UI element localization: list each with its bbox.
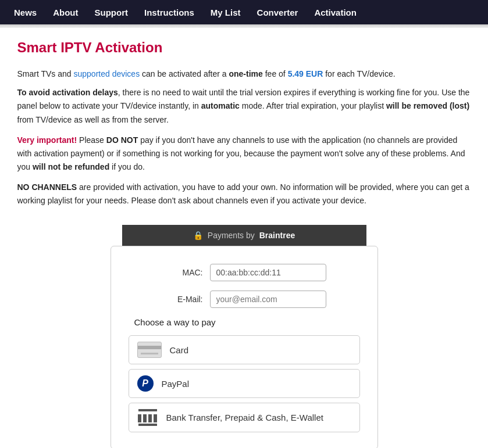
supported-devices-link[interactable]: supported devices	[74, 69, 140, 78]
mac-input[interactable]	[210, 264, 326, 281]
pay-option-card[interactable]: Card	[129, 335, 360, 364]
pay-option-bank[interactable]: Bank Transfer, Prepaid & Cash, E-Wallet	[129, 403, 360, 432]
card-label: Card	[170, 345, 189, 355]
delays-rest2: mode. After trial expiration, your playl…	[240, 101, 386, 110]
nav-mylist[interactable]: My List	[202, 2, 249, 23]
pay-option-paypal[interactable]: P PayPal	[129, 369, 360, 398]
card-icon	[137, 342, 162, 358]
nav-about[interactable]: About	[45, 2, 86, 23]
nav-activation[interactable]: Activation	[306, 2, 365, 23]
intro-post: for each TV/device.	[323, 69, 395, 78]
delays-rest3: from TV/device as well as from the serve…	[17, 115, 169, 124]
nav-support[interactable]: Support	[87, 2, 137, 23]
choose-pay-label: Choose a way to pay	[134, 317, 360, 327]
email-input[interactable]	[210, 291, 326, 308]
nav-instructions[interactable]: Instructions	[136, 2, 202, 23]
email-label: E-Mail:	[162, 295, 203, 304]
intro-paragraph-1: Smart TVs and supported devices can be a…	[17, 67, 471, 80]
braintree-brand: Braintree	[259, 231, 295, 240]
mac-row: MAC:	[129, 264, 360, 281]
bank-label: Bank Transfer, Prepaid & Cash, E-Wallet	[166, 413, 323, 422]
email-row: E-Mail:	[129, 291, 360, 308]
paypal-label: PayPal	[162, 379, 190, 389]
bank-icon	[137, 409, 158, 426]
price-text: 5.49 EUR	[288, 69, 323, 78]
para-important: Very important! Please DO NOT pay if you…	[17, 134, 471, 174]
para-no-channels: NO CHANNELS are provided with activation…	[17, 181, 471, 207]
braintree-bar: 🔒 Payments by Braintree	[122, 225, 366, 246]
intro-mid2: fee of	[263, 69, 288, 78]
intro-pre: Smart TVs and	[17, 69, 74, 78]
removed-bold: will be removed (lost)	[386, 101, 469, 110]
lock-icon: 🔒	[193, 231, 203, 240]
very-important-label: Very important!	[17, 135, 77, 145]
delays-bold: To avoid activation delays	[17, 88, 118, 97]
page-title: Smart IPTV Activation	[17, 40, 471, 56]
braintree-label: Payments by	[208, 231, 255, 240]
para-delays: To avoid activation delays, there is no …	[17, 86, 471, 126]
one-time-text: one-time	[229, 69, 262, 78]
para4-rest: are provided with activation, you have t…	[17, 182, 469, 205]
not-refunded-bold: will not be refunded	[33, 162, 109, 171]
do-not-bold: DO NOT	[106, 135, 138, 145]
navbar: News About Support Instructions My List …	[0, 0, 488, 24]
intro-mid: can be activated after a	[140, 69, 229, 78]
para3-rest3: if you do.	[109, 162, 145, 171]
payment-section: 🔒 Payments by Braintree MAC: E-Mail: Cho…	[17, 225, 471, 448]
no-channels-label: NO CHANNELS	[17, 182, 77, 192]
paypal-icon: P	[137, 375, 154, 392]
main-content: Smart IPTV Activation Smart TVs and supp…	[6, 28, 483, 448]
payment-form: MAC: E-Mail: Choose a way to pay Card P …	[111, 246, 378, 448]
nav-news[interactable]: News	[6, 2, 45, 23]
mac-label: MAC:	[162, 268, 203, 277]
auto-bold: automatic	[201, 101, 240, 110]
para3-pre: Please	[77, 135, 106, 145]
nav-converter[interactable]: Converter	[249, 2, 307, 23]
